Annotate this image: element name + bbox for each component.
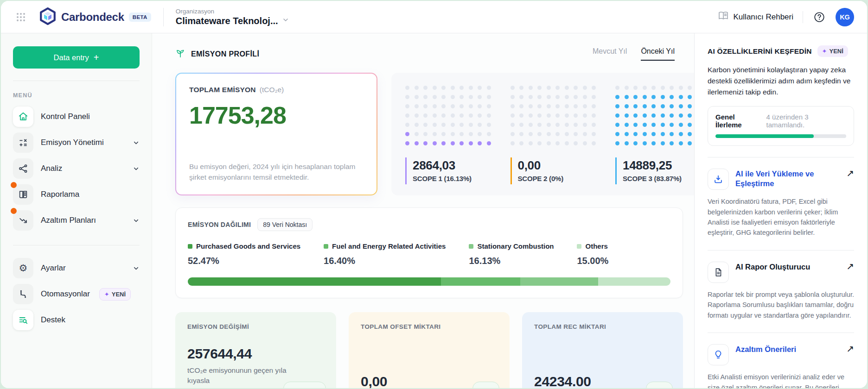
chevron-down-icon	[133, 139, 140, 146]
page-title: EMİSYON PROFİLİ	[191, 50, 259, 58]
organization-name: Climateware Teknoloj...	[176, 16, 278, 26]
header-divider	[163, 8, 164, 26]
metric-value: 257644,44	[187, 346, 324, 362]
menu-section-label: MENÜ	[13, 92, 140, 99]
tab-onceki-yil[interactable]: Önceki Yıl	[641, 47, 675, 61]
scope-2-value: 0,00	[518, 158, 596, 173]
feature-ai-report-builder: AI Rapor Oluşturucu ↗ Raporlar tek bir p…	[708, 251, 854, 333]
calculator-icon	[13, 132, 33, 153]
scope-2-dot-matrix	[511, 86, 596, 145]
scope-1-value: 2864,03	[413, 158, 491, 173]
upload-icon	[708, 169, 729, 190]
change-percent-pill	[283, 382, 326, 388]
sidebar-item-emisyon-yonetimi[interactable]: Emisyon Yönetimi	[13, 132, 140, 153]
metric-title: EMİSYON DEĞİŞİMİ	[187, 323, 324, 330]
sidebar-item-analiz[interactable]: Analiz	[13, 158, 140, 179]
legend-item: Purchased Goods and Services 52.47%	[188, 242, 300, 266]
sidebar-item-destek[interactable]: Destek	[13, 309, 140, 331]
feature-title-link[interactable]: AI ile Veri Yükleme ve Eşleştirme	[735, 169, 840, 189]
arrow-up-right-icon[interactable]: ↗	[846, 169, 854, 178]
distribution-legend: Purchased Goods and Services 52.47% Fuel…	[188, 242, 670, 266]
automation-icon	[13, 284, 33, 304]
sidebar-item-otomasyonlar[interactable]: Otomasyonlar ✦ YENİ	[13, 283, 140, 305]
chevron-down-icon	[282, 16, 289, 25]
legend-name: Fuel and Energy Related Activities	[332, 242, 446, 250]
distribution-stacked-bar	[188, 277, 670, 286]
ai-features-panel: AI ÖZELLİKLERİNİ KEŞFEDİN ✦ YENİ Karbon …	[694, 33, 867, 388]
avatar[interactable]: KG	[836, 8, 854, 26]
data-points-badge: 89 Veri Noktası	[257, 218, 313, 231]
sidebar-item-label: Emisyon Yönetimi	[41, 138, 104, 147]
chevron-down-icon	[133, 165, 140, 172]
sidebar-divider	[13, 81, 140, 81]
sidebar-item-kontrol-paneli[interactable]: Kontrol Paneli	[13, 106, 140, 127]
scope-1-column: 2864,03 SCOPE 1 (16.13%)	[405, 86, 491, 195]
scope-2-label: SCOPE 2 (0%)	[518, 175, 596, 182]
sprout-icon	[175, 48, 185, 60]
progress-status-text: 4 üzerinden 3 tamamlandı.	[766, 113, 846, 129]
book-icon	[718, 10, 729, 24]
total-emission-description: Bu emisyon değeri, 2024 yılı için hesapl…	[189, 161, 361, 183]
sidebar-item-azaltim-planlari[interactable]: Azaltım Planları	[13, 210, 140, 231]
yeni-badge: ✦ YENİ	[817, 45, 848, 57]
feature-title[interactable]: AI Rapor Oluşturucu	[735, 262, 810, 272]
feature-description: Etki Analisti emisyon verilerinizi anali…	[708, 372, 854, 388]
header-divider-2	[803, 11, 803, 23]
document-icon	[708, 262, 729, 283]
scope-3-column: 14889,25 SCOPE 3 (83.87%)	[615, 86, 701, 195]
metric-description: tCO₂e emisyonunun geçen yıla kıyasla	[187, 365, 289, 386]
sidebar-item-label: Ayarlar	[41, 264, 66, 273]
metric-title: TOPLAM REC MİKTARI	[534, 323, 671, 330]
ai-panel-title: AI ÖZELLİKLERİNİ KEŞFEDİN	[708, 47, 812, 56]
support-icon	[13, 310, 33, 330]
feature-title-link[interactable]: Azaltım Önerileri	[735, 344, 796, 354]
user-guide-link[interactable]: Kullanıcı Rehberi	[718, 10, 793, 24]
emission-change-card: EMİSYON DEĞİŞİMİ 257644,44 tCO₂e emisyon…	[175, 312, 336, 388]
total-offset-card: TOPLAM OFSET MİKTARI 0,00	[349, 312, 510, 388]
legend-percent: 16.13%	[469, 256, 554, 266]
organization-selector[interactable]: Climateware Teknoloj...	[176, 16, 289, 26]
notification-dot	[11, 182, 17, 188]
bar-segment	[520, 277, 598, 286]
bar-segment	[441, 277, 520, 286]
sidebar-item-ayarlar[interactable]: ⚙ Ayarlar	[13, 257, 140, 279]
progress-bar-fill	[715, 134, 814, 138]
sidebar-item-label: Analiz	[41, 164, 62, 173]
metric-title: TOPLAM OFSET MİKTARI	[361, 323, 498, 330]
legend-marker	[577, 244, 581, 249]
legend-item: Others 15.00%	[577, 242, 608, 266]
arrow-up-right-icon[interactable]: ↗	[846, 344, 854, 353]
distribution-title: EMİSYON DAĞILIMI	[188, 221, 251, 228]
legend-item: Fuel and Energy Related Activities 16.40…	[324, 242, 446, 266]
carbondeck-cube-icon	[39, 7, 57, 27]
scope-1-stat: 2864,03 SCOPE 1 (16.13%)	[405, 157, 491, 184]
scope-breakdown-card: 2864,03 SCOPE 1 (16.13%) 0,00 SCOPE 2 (0…	[391, 73, 715, 195]
plus-icon: +	[94, 52, 99, 63]
metric-cards-row: EMİSYON DEĞİŞİMİ 257644,44 tCO₂e emisyon…	[175, 312, 683, 388]
tab-mevcut-yil[interactable]: Mevcut Yıl	[593, 47, 627, 61]
feature-ai-data-upload: AI ile Veri Yükleme ve Eşleştirme ↗ Veri…	[708, 157, 854, 251]
brand-name: Carbondeck	[61, 11, 124, 24]
brand-logo[interactable]: Carbondeck BETA	[39, 7, 151, 27]
ai-panel-intro: Karbon yönetimini kolaylaştıran yapay ze…	[708, 64, 854, 98]
app-grid-icon[interactable]	[13, 9, 29, 25]
feature-description: Veri Koordinatörü fatura, PDF, Excel gib…	[708, 196, 854, 238]
left-sidebar: Data entry + MENÜ Kontrol Paneli Emisyon…	[1, 33, 152, 388]
sparkle-icon: ✦	[104, 291, 109, 298]
report-icon	[13, 184, 33, 205]
legend-item: Stationary Combustion 16.13%	[469, 242, 554, 266]
legend-marker	[324, 244, 328, 249]
help-icon[interactable]	[812, 10, 826, 24]
arrow-up-right-icon[interactable]: ↗	[846, 262, 854, 271]
organization-label: Organizasyon	[176, 8, 289, 15]
sidebar-item-label: Azaltım Planları	[41, 216, 96, 225]
emission-distribution-card: EMİSYON DAĞILIMI 89 Veri Noktası Purchas…	[175, 207, 683, 298]
nav-list: Kontrol Paneli Emisyon Yönetimi Anali	[13, 106, 140, 231]
chevron-down-icon	[133, 217, 140, 224]
data-entry-button[interactable]: Data entry +	[13, 46, 140, 69]
user-guide-label: Kullanıcı Rehberi	[734, 13, 793, 22]
yeni-badge-label: YENİ	[112, 291, 126, 298]
sidebar-item-raporlama[interactable]: Raporlama	[13, 184, 140, 205]
sidebar-item-label: Destek	[41, 315, 65, 325]
header-right: Kullanıcı Rehberi KG	[718, 8, 854, 26]
